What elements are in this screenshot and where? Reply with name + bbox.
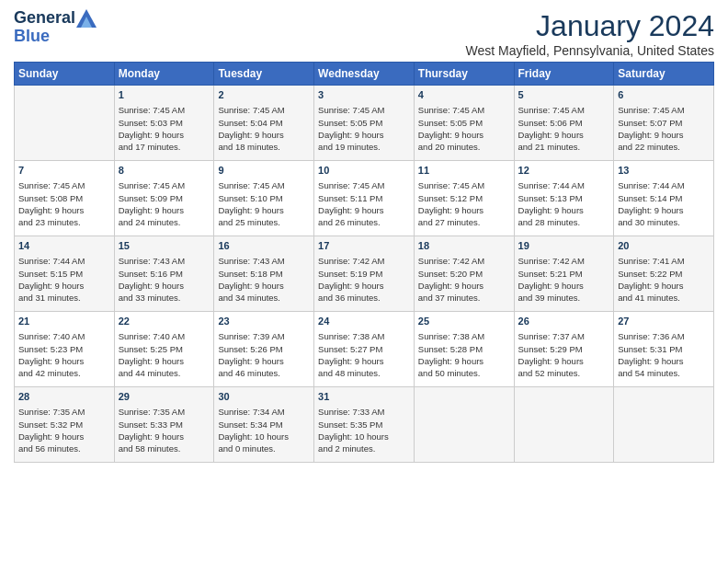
cell-line: and 19 minutes. xyxy=(318,141,410,153)
page-container: General Blue January 2024 West Mayfield,… xyxy=(0,0,728,472)
cell-line: Sunset: 5:05 PM xyxy=(318,117,410,129)
cell-line: and 20 minutes. xyxy=(418,141,510,153)
cell-line: Sunset: 5:32 PM xyxy=(18,419,110,431)
calendar-cell: 27Sunrise: 7:36 AMSunset: 5:31 PMDayligh… xyxy=(614,312,714,387)
calendar-cell: 16Sunrise: 7:43 AMSunset: 5:18 PMDayligh… xyxy=(214,236,314,312)
calendar-week-3: 14Sunrise: 7:44 AMSunset: 5:15 PMDayligh… xyxy=(15,236,714,312)
calendar-cell: 24Sunrise: 7:38 AMSunset: 5:27 PMDayligh… xyxy=(314,312,415,387)
calendar-cell: 23Sunrise: 7:39 AMSunset: 5:26 PMDayligh… xyxy=(214,312,314,387)
day-number: 19 xyxy=(518,239,610,253)
calendar-cell xyxy=(514,387,614,463)
cell-line: Sunset: 5:18 PM xyxy=(218,268,310,280)
cell-line: Sunrise: 7:42 AM xyxy=(418,255,510,267)
cell-line: Daylight: 9 hours xyxy=(119,355,210,367)
cell-line: Sunrise: 7:45 AM xyxy=(418,104,510,116)
day-number: 8 xyxy=(119,164,210,178)
cell-line: and 18 minutes. xyxy=(218,141,310,153)
cell-line: Sunrise: 7:38 AM xyxy=(318,330,410,342)
cell-line: and 0 minutes. xyxy=(218,442,310,454)
cell-line: Sunset: 5:08 PM xyxy=(18,192,110,204)
day-number: 21 xyxy=(18,315,110,328)
calendar-cell: 18Sunrise: 7:42 AMSunset: 5:20 PMDayligh… xyxy=(414,236,514,312)
col-tuesday: Tuesday xyxy=(214,63,314,86)
day-number: 5 xyxy=(518,88,610,102)
cell-line: Daylight: 9 hours xyxy=(618,355,710,367)
cell-line: Daylight: 9 hours xyxy=(119,129,210,141)
cell-line: and 44 minutes. xyxy=(119,367,210,379)
day-number: 31 xyxy=(318,390,410,404)
calendar-table: Sunday Monday Tuesday Wednesday Thursday… xyxy=(14,62,714,463)
cell-line: Sunrise: 7:44 AM xyxy=(518,179,610,191)
calendar-cell: 7Sunrise: 7:45 AMSunset: 5:08 PMDaylight… xyxy=(15,161,115,236)
cell-line: Sunset: 5:13 PM xyxy=(518,192,610,204)
cell-line: Sunset: 5:15 PM xyxy=(18,268,110,280)
cell-line: Daylight: 9 hours xyxy=(218,204,310,216)
cell-line: Sunrise: 7:33 AM xyxy=(318,406,410,418)
cell-line: Sunrise: 7:37 AM xyxy=(518,330,610,342)
cell-line: Daylight: 9 hours xyxy=(518,129,610,141)
day-number: 1 xyxy=(119,88,210,102)
calendar-cell: 13Sunrise: 7:44 AMSunset: 5:14 PMDayligh… xyxy=(614,161,714,236)
calendar-week-2: 7Sunrise: 7:45 AMSunset: 5:08 PMDaylight… xyxy=(15,161,714,236)
cell-line: Sunset: 5:21 PM xyxy=(518,268,610,280)
day-number: 28 xyxy=(18,390,110,404)
cell-line: and 42 minutes. xyxy=(18,367,110,379)
cell-line: Sunrise: 7:45 AM xyxy=(218,179,310,191)
cell-line: and 48 minutes. xyxy=(318,367,410,379)
calendar-cell: 2Sunrise: 7:45 AMSunset: 5:04 PMDaylight… xyxy=(214,86,314,161)
cell-line: Daylight: 9 hours xyxy=(318,280,410,292)
day-number: 4 xyxy=(418,88,510,102)
cell-line: Sunrise: 7:35 AM xyxy=(18,406,110,418)
cell-line: and 37 minutes. xyxy=(418,292,510,304)
cell-line: Daylight: 9 hours xyxy=(418,355,510,367)
calendar-cell: 25Sunrise: 7:38 AMSunset: 5:28 PMDayligh… xyxy=(414,312,514,387)
calendar-cell: 22Sunrise: 7:40 AMSunset: 5:25 PMDayligh… xyxy=(114,312,214,387)
cell-line: and 39 minutes. xyxy=(518,292,610,304)
day-number: 13 xyxy=(618,164,710,178)
cell-line: and 41 minutes. xyxy=(618,292,710,304)
calendar-cell: 28Sunrise: 7:35 AMSunset: 5:32 PMDayligh… xyxy=(15,387,115,463)
cell-line: Sunset: 5:10 PM xyxy=(218,192,310,204)
cell-line: Sunset: 5:12 PM xyxy=(418,192,510,204)
cell-line: Daylight: 9 hours xyxy=(318,355,410,367)
calendar-week-5: 28Sunrise: 7:35 AMSunset: 5:32 PMDayligh… xyxy=(15,387,714,463)
day-number: 25 xyxy=(418,315,510,328)
day-number: 30 xyxy=(218,390,310,404)
calendar-cell: 15Sunrise: 7:43 AMSunset: 5:16 PMDayligh… xyxy=(114,236,214,312)
cell-line: and 17 minutes. xyxy=(119,141,210,153)
cell-line: Sunset: 5:14 PM xyxy=(618,192,710,204)
cell-line: Daylight: 10 hours xyxy=(318,431,410,442)
cell-line: Sunrise: 7:45 AM xyxy=(318,104,410,116)
cell-line: and 52 minutes. xyxy=(518,367,610,379)
cell-line: Daylight: 9 hours xyxy=(119,204,210,216)
logo: General Blue xyxy=(14,9,97,46)
cell-line: Daylight: 9 hours xyxy=(518,204,610,216)
cell-line: Daylight: 9 hours xyxy=(618,280,710,292)
cell-line: Sunrise: 7:45 AM xyxy=(618,104,710,116)
calendar-cell: 21Sunrise: 7:40 AMSunset: 5:23 PMDayligh… xyxy=(15,312,115,387)
logo-blue: Blue xyxy=(14,28,97,46)
calendar-cell: 10Sunrise: 7:45 AMSunset: 5:11 PMDayligh… xyxy=(314,161,415,236)
cell-line: and 2 minutes. xyxy=(318,442,410,454)
cell-line: and 33 minutes. xyxy=(119,292,210,304)
cell-line: Sunrise: 7:45 AM xyxy=(119,104,210,116)
cell-line: and 24 minutes. xyxy=(119,216,210,228)
cell-line: Sunset: 5:07 PM xyxy=(618,117,710,129)
calendar-cell: 20Sunrise: 7:41 AMSunset: 5:22 PMDayligh… xyxy=(614,236,714,312)
calendar-cell: 19Sunrise: 7:42 AMSunset: 5:21 PMDayligh… xyxy=(514,236,614,312)
cell-line: and 54 minutes. xyxy=(618,367,710,379)
day-number: 7 xyxy=(18,164,110,178)
cell-line: Daylight: 9 hours xyxy=(218,129,310,141)
col-thursday: Thursday xyxy=(414,63,514,86)
calendar-cell: 5Sunrise: 7:45 AMSunset: 5:06 PMDaylight… xyxy=(514,86,614,161)
cell-line: Daylight: 9 hours xyxy=(218,355,310,367)
title-block: January 2024 West Mayfield, Pennsylvania… xyxy=(465,9,714,58)
cell-line: Sunset: 5:28 PM xyxy=(418,343,510,355)
cell-line: Sunrise: 7:34 AM xyxy=(218,406,310,418)
cell-line: Daylight: 9 hours xyxy=(318,204,410,216)
cell-line: Sunrise: 7:43 AM xyxy=(119,255,210,267)
cell-line: Daylight: 9 hours xyxy=(218,280,310,292)
day-number: 29 xyxy=(119,390,210,404)
calendar-cell: 17Sunrise: 7:42 AMSunset: 5:19 PMDayligh… xyxy=(314,236,415,312)
cell-line: and 26 minutes. xyxy=(318,216,410,228)
